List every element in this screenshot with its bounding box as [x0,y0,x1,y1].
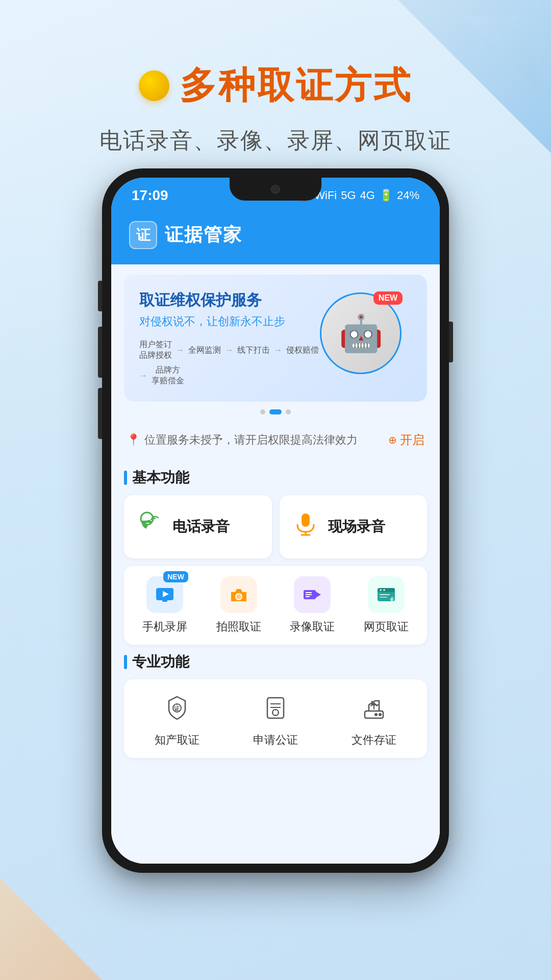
arrow-4: → [139,371,147,380]
svg-point-35 [374,713,378,716]
svg-rect-1 [302,513,310,527]
bg-decoration-bottom-left [0,878,102,980]
front-camera [271,185,280,194]
banner-title-line1: 取证维权保护服务 [139,290,320,310]
video-icon-wrap [294,576,331,613]
new-tag-screen-record: NEW [163,571,188,582]
phone-screen-inner: 17:09 N 🔇 WiFi 5G 4G 🔋 24% 证 [111,178,440,864]
new-badge: NEW [373,291,403,305]
svg-rect-6 [162,600,167,602]
file-icon-wrap [356,690,392,726]
ip-evidence-label: 知产取证 [155,732,199,748]
svg-point-16 [380,589,382,591]
volume-up-button [98,327,102,378]
web-icon-wrap: é [368,576,405,613]
camera-notch [230,178,321,201]
phone-call-icon [137,510,163,543]
pro-title-text: 专业功能 [132,652,189,672]
svg-text:证: 证 [174,705,180,712]
open-location-button[interactable]: ⊕ 开启 [388,432,424,448]
signal-5g-icon: 5G [341,189,356,202]
screen-record-label: 手机录屏 [142,619,187,634]
svg-marker-10 [316,592,321,598]
brain-head-illustration: 🤖 NEW [320,292,402,374]
main-title: 多种取证方式 [180,61,412,110]
file-storage-item[interactable]: 文件存证 [329,690,419,748]
live-recording-label: 现场录音 [328,517,385,536]
mute-button [98,281,102,311]
notary-item[interactable]: 申请公证 [230,690,321,748]
web-evidence-label: 网页取证 [364,619,409,634]
phone-recording-label: 电话录音 [172,517,230,536]
banner-step-4: 侵权赔偿 [286,345,319,356]
dot-3 [286,409,291,414]
notary-icon-wrap [257,690,294,726]
header-section: 多种取证方式 电话录音、录像、录屏、网页取证 [0,0,551,186]
banner-right: 🤖 NEW [320,292,412,384]
pro-functions-grid: 证 知产取证 [124,679,427,758]
banner-step-3: 线下打击 [237,345,270,356]
svg-rect-19 [380,597,387,598]
file-storage-label: 文件存证 [352,732,396,748]
ip-icon-wrap: 证 [159,690,195,726]
svg-point-17 [383,589,385,591]
power-button [449,322,453,362]
app-logo: 证 [129,221,157,249]
location-text: 📍 位置服务未授予，请开启权限提高法律效力 [127,432,358,448]
live-recording-card[interactable]: 现场录音 [280,495,428,558]
microphone-icon [292,510,319,543]
video-evidence-label: 录像取证 [290,619,335,634]
banner-step-2: 全网监测 [188,345,221,356]
banner-step-1: 用户签订品牌授权 [139,339,172,361]
signal-4g-icon: 4G [360,189,375,202]
open-location-icon: ⊕ [388,434,397,446]
content-area: 基本功能 [111,455,440,768]
location-icon: 📍 [127,433,140,447]
subtitle: 电话录音、录像、录屏、网页取证 [99,126,452,156]
banner-title-line2: 对侵权说不，让创新永不止步 [139,314,320,329]
arrow-3: → [274,346,282,355]
photo-evidence-item[interactable]: 拍照取证 [206,576,272,634]
banner-left: 取证维权保护服务 对侵权说不，让创新永不止步 用户签订品牌授权 → 全网监测 →… [139,290,320,386]
svg-point-8 [236,594,241,599]
gold-circle-decoration [139,70,169,101]
app-logo-text: 证 [136,226,151,245]
status-bar: 17:09 N 🔇 WiFi 5G 4G 🔋 24% [111,178,440,213]
notary-label: 申请公证 [253,732,298,748]
web-evidence-item[interactable]: é 网页取证 [353,576,419,634]
dot-2-active [269,409,282,414]
phone-screen-content: 取证维权保护服务 对侵权说不，让创新永不止步 用户签订品牌授权 → 全网监测 →… [111,264,440,864]
arrow-1: → [176,346,184,355]
battery-icon: 🔋 [379,189,393,202]
location-bar: 📍 位置服务未授予，请开启权限提高法律效力 ⊕ 开启 [111,425,440,455]
banner-section: 取证维权保护服务 对侵权说不，让创新永不止步 用户签订品牌授权 → 全网监测 →… [111,264,440,425]
phone-mockup: 17:09 N 🔇 WiFi 5G 4G 🔋 24% 证 [102,168,449,873]
screen-record-item[interactable]: NEW 手机录屏 [132,576,198,634]
battery-percent: 24% [397,189,419,202]
app-header: 证 证据管家 [111,213,440,264]
basic-title-text: 基本功能 [132,468,189,487]
phone-outer-frame: 17:09 N 🔇 WiFi 5G 4G 🔋 24% 证 [102,168,449,873]
feature-grid: NEW 手机录屏 拍 [124,566,427,645]
basic-section-title: 基本功能 [124,468,427,487]
banner-card[interactable]: 取证维权保护服务 对侵权说不，让创新永不止步 用户签订品牌授权 → 全网监测 →… [124,275,427,402]
ip-evidence-item[interactable]: 证 知产取证 [132,690,222,748]
banner-step-5: 品牌方享赔偿金 [152,365,184,386]
basic-functions-grid: 电话录音 现场录音 [124,495,427,558]
video-evidence-item[interactable]: 录像取证 [280,576,346,634]
banner-steps: 用户签订品牌授权 → 全网监测 → 线下打击 → 侵权赔偿 → 品牌方享赔偿金 [139,339,320,386]
phone-recording-card[interactable]: 电话录音 [124,495,272,558]
status-time: 17:09 [132,187,168,204]
open-location-label: 开启 [400,432,424,448]
arrow-2: → [225,346,233,355]
camera-icon-wrap [220,576,257,613]
location-message: 位置服务未授予，请开启权限提高法律效力 [144,432,358,448]
svg-point-34 [379,713,382,716]
pro-section-title: 专业功能 [124,652,427,672]
dot-1 [260,409,265,414]
svg-rect-18 [380,594,390,595]
banner-dots [124,409,427,414]
photo-evidence-label: 拍照取证 [216,619,261,634]
title-row: 多种取证方式 [139,61,412,110]
screen-record-icon-wrap: NEW [146,576,183,613]
